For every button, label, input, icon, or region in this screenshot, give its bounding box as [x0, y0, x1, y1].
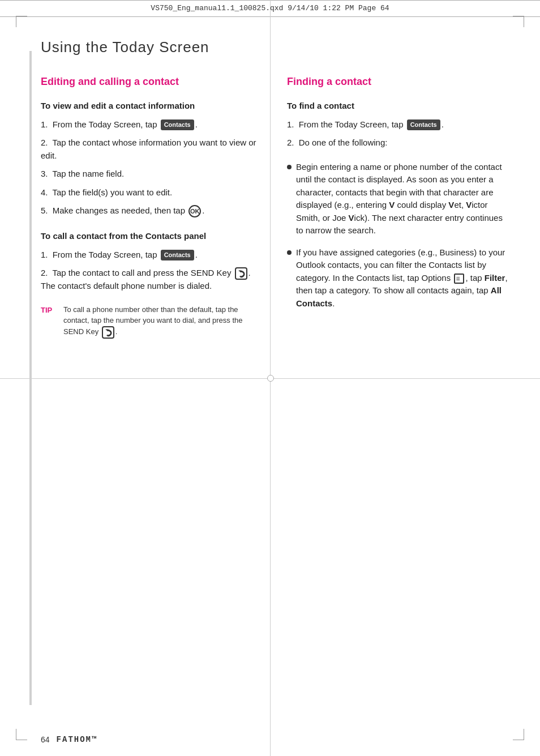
list-item: Begin entering a name or phone number of…	[287, 161, 511, 237]
step-num: 1.	[41, 250, 48, 259]
list-item: If you have assigned categories (e.g., B…	[287, 246, 511, 310]
corner-mark-br	[513, 729, 524, 740]
list-item: 1. From the Today Screen, tap Contacts.	[41, 249, 264, 262]
tip-text: To call a phone number other than the de…	[63, 304, 264, 339]
options-icon	[454, 274, 464, 284]
subsection1-heading: To view and edit a contact information	[41, 100, 264, 113]
list-item: 5. Make changes as needed, then tap OK.	[41, 204, 264, 217]
footer-page-number: 64	[41, 734, 50, 746]
main-content: Using the Today Screen Editing and calli…	[41, 27, 511, 722]
step-num: 2.	[41, 268, 48, 277]
contacts-badge: Contacts	[407, 119, 440, 130]
page-container: VS750_Eng_manual1.1_100825.qxd 9/14/10 1…	[0, 0, 540, 756]
corner-mark-bl	[16, 729, 27, 740]
step-num: 2.	[287, 138, 294, 147]
list-item: 1. From the Today Screen, tap Contacts.	[41, 118, 264, 131]
right-subsection1-steps: 1. From the Today Screen, tap Contacts. …	[287, 118, 511, 150]
bullet-dot	[287, 165, 292, 169]
list-item: 2. Do one of the following:	[287, 136, 511, 150]
list-item: 2. Tap the contact whose information you…	[41, 136, 264, 162]
contacts-badge: Contacts	[161, 250, 194, 260]
send-key-icon	[235, 267, 247, 280]
list-item: 4. Tap the field(s) you want to edit.	[41, 186, 264, 199]
left-section-heading: Editing and calling a contact	[41, 74, 264, 89]
step-num: 3.	[41, 169, 48, 178]
send-key-icon-tip	[102, 326, 114, 339]
bullet-dot	[287, 250, 292, 255]
page-footer: 64 FATHOM™	[41, 734, 511, 746]
header-bar: VS750_Eng_manual1.1_100825.qxd 9/14/10 1…	[0, 0, 540, 17]
right-subsection1-heading: To find a contact	[287, 100, 511, 113]
tip-label: TIP	[41, 304, 58, 316]
header-filename: VS750_Eng_manual1.1_100825.qxd 9/14/10 1…	[151, 4, 389, 12]
bullet-text: Begin entering a name or phone number of…	[296, 161, 511, 237]
right-column: Finding a contact To find a contact 1. F…	[287, 74, 511, 319]
left-column: Editing and calling a contact To view an…	[41, 74, 264, 339]
list-item: 1. From the Today Screen, tap Contacts.	[287, 118, 511, 131]
tip-block: TIP To call a phone number other than th…	[41, 304, 264, 339]
subsection2-heading: To call a contact from the Contacts pane…	[41, 230, 264, 243]
contacts-badge: Contacts	[161, 119, 194, 130]
step-num: 1.	[41, 119, 48, 129]
finding-bullet-list: Begin entering a name or phone number of…	[287, 161, 511, 310]
subsection1-steps: 1. From the Today Screen, tap Contacts. …	[41, 118, 264, 218]
page-title: Using the Today Screen	[41, 36, 511, 58]
footer-brand: FATHOM™	[57, 734, 98, 746]
ok-icon: OK	[188, 205, 201, 217]
right-section-heading: Finding a contact	[287, 74, 511, 89]
step-num: 1.	[287, 119, 294, 129]
left-accent-bar	[29, 51, 32, 705]
step-num: 4.	[41, 187, 48, 197]
step-num: 2.	[41, 138, 48, 147]
step-num: 5.	[41, 206, 48, 215]
list-item: 2. Tap the contact to call and press the…	[41, 267, 264, 293]
corner-mark-tl	[16, 16, 27, 27]
bullet-text: If you have assigned categories (e.g., B…	[296, 246, 511, 310]
list-item: 3. Tap the name field.	[41, 168, 264, 181]
subsection2-steps: 1. From the Today Screen, tap Contacts. …	[41, 249, 264, 293]
corner-mark-tr	[513, 16, 524, 27]
columns-layout: Editing and calling a contact To view an…	[41, 74, 511, 339]
